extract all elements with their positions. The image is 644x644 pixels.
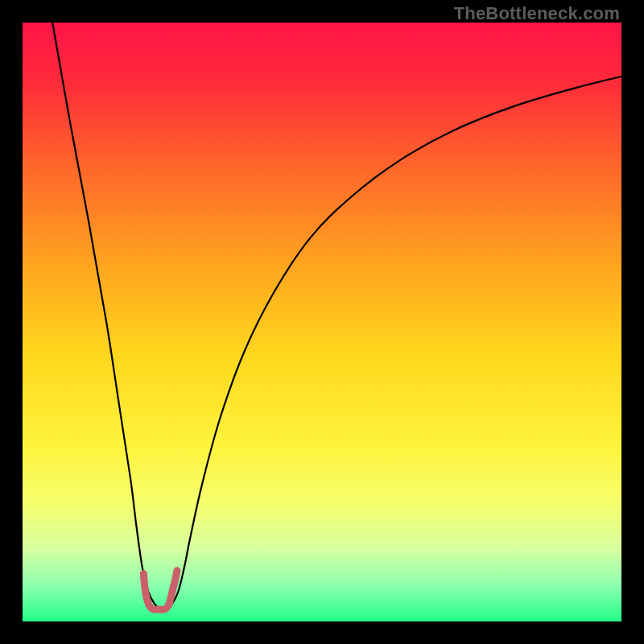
- watermark-text: TheBottleneck.com: [454, 3, 620, 24]
- chart-frame: TheBottleneck.com: [0, 0, 644, 644]
- optimal-range-marker: [143, 571, 177, 609]
- bottleneck-curve: [52, 23, 621, 610]
- curve-layer: [23, 23, 621, 621]
- plot-area: [23, 23, 621, 621]
